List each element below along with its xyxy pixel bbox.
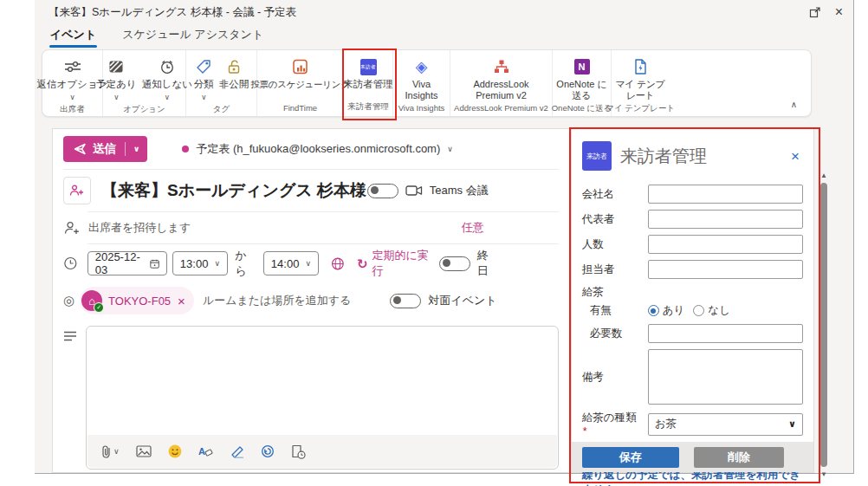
company-input[interactable] <box>648 185 803 204</box>
svg-text:A: A <box>198 446 205 457</box>
ribbon-group-label: Viva Insights <box>398 100 445 113</box>
send-button-label: 送信 <box>93 141 116 157</box>
ribbon-group-label: マイ テンプレート <box>606 100 675 114</box>
send-to-onenote-button[interactable]: N OneNote に送る <box>553 55 611 100</box>
my-templates-button[interactable]: マイ テンプレート <box>612 55 669 100</box>
required-asterisk: * <box>583 425 587 437</box>
tea-count-label: 必要数 <box>582 327 639 341</box>
viva-insights-icon: ◈ <box>416 56 428 77</box>
loop-component-button[interactable] <box>261 444 275 458</box>
date-input[interactable]: 2025-12-03 <box>87 251 167 275</box>
ribbon-group-visitor-management: 来訪者 来訪者管理 来訪者管理 <box>344 50 393 116</box>
contact-person-label: 担当者 <box>582 262 639 277</box>
event-body-editor[interactable]: ∨ A <box>86 326 559 470</box>
notes-label: 備考 <box>582 370 639 385</box>
viva-insights-button[interactable]: ◈ Viva Insights <box>393 55 450 100</box>
people-count-input[interactable] <box>648 235 803 254</box>
insert-image-button[interactable] <box>136 445 152 457</box>
clock-icon <box>63 256 78 271</box>
time-range-label: から <box>233 248 258 279</box>
in-person-toggle[interactable] <box>390 294 421 308</box>
chevron-down-icon: ∨ <box>788 418 796 430</box>
ribbon-group-label: タグ <box>213 101 230 115</box>
attendees-input[interactable]: 出席者を招待します <box>88 220 191 236</box>
scrollbar-thumb[interactable] <box>820 183 827 467</box>
recurrence-link[interactable]: ↻ 定期的に実行 <box>357 248 434 279</box>
recurrence-label: 定期的に実行 <box>372 248 434 279</box>
contact-person-input[interactable] <box>648 260 803 279</box>
end-time-select[interactable]: 14:00 ∨ <box>263 251 319 275</box>
tea-type-label: 給茶の種類* <box>582 411 639 437</box>
attach-file-button[interactable]: ∨ <box>101 444 120 459</box>
close-pane-icon[interactable]: × <box>787 147 803 165</box>
optional-attendees-link[interactable]: 任意 <box>462 220 484 236</box>
ribbon-group-label: AddressLook Premium v2 <box>454 100 548 113</box>
timezone-globe-icon[interactable] <box>331 256 345 271</box>
close-window-icon[interactable]: × <box>835 5 843 19</box>
chevron-down-icon: ∨ <box>306 259 312 268</box>
pane-title: 来訪者管理 <box>620 145 779 168</box>
calendar-selector[interactable]: 予定表 (h_fukuoka@lookseries.onmicrosoft.co… <box>182 141 453 157</box>
teams-meeting-label: Teams 会議 <box>430 183 489 198</box>
event-title[interactable]: 【来客】Sホールディングス 杉本様 <box>101 179 366 202</box>
remove-room-icon[interactable]: × <box>178 294 185 308</box>
emoji-button[interactable] <box>168 444 182 458</box>
event-window: 【来客】Sホールディングス 杉本様 - 会議 - 予定表 × イベント スケジュ… <box>35 0 854 474</box>
calendar-icon <box>150 258 159 269</box>
clear-formatting-button[interactable]: A <box>198 445 213 458</box>
scroll-down-icon[interactable]: ▼ <box>819 470 829 478</box>
categorize-button[interactable]: 分類 ∨ <box>191 55 217 101</box>
poll-chart-icon <box>291 56 310 77</box>
save-button[interactable]: 保存 <box>582 447 679 468</box>
location-input[interactable]: ルームまたは場所を追加する <box>203 293 351 308</box>
ribbon-group-viva-insights: ◈ Viva Insights Viva Insights <box>393 50 450 116</box>
room-chip[interactable]: ⌂✓ TOKYO-F05 × <box>80 287 194 314</box>
visitor-management-button[interactable]: 来訪者 来訪者管理 <box>340 55 396 99</box>
notes-textarea[interactable] <box>648 349 803 405</box>
ribbon-group-label: 来訪者管理 <box>347 99 389 113</box>
room-avatar: ⌂✓ <box>81 290 102 311</box>
popout-window-icon[interactable] <box>809 6 821 18</box>
ribbon-tabs: イベント スケジュール アシスタント <box>35 24 853 45</box>
ribbon-group-label: 出席者 <box>60 101 85 115</box>
collapse-ribbon-icon[interactable]: ∧ <box>777 100 811 116</box>
tea-no-radio[interactable]: なし <box>693 303 730 318</box>
representative-input[interactable] <box>648 210 803 229</box>
tea-count-input[interactable] <box>648 324 803 343</box>
send-button[interactable]: 送信 ∨ <box>63 136 147 162</box>
org-chart-icon <box>493 56 510 77</box>
radio-selected-icon <box>648 305 659 316</box>
vertical-scrollbar[interactable]: ▲ ▼ <box>819 172 829 478</box>
add-attendee-icon <box>63 220 81 236</box>
send-dropdown-icon[interactable]: ∨ <box>126 145 147 153</box>
tea-type-value: お茶 <box>655 417 677 431</box>
private-button[interactable]: 非公開 <box>217 55 252 101</box>
ribbon: 返信オプション ∨ 出席者 予定あり ∨ 通知 <box>42 49 812 117</box>
ribbon-button-label: 分類 <box>194 79 214 90</box>
teams-meeting-toggle[interactable] <box>367 184 398 198</box>
send-later-button[interactable] <box>291 444 306 459</box>
all-day-toggle[interactable] <box>439 256 470 271</box>
scheduling-poll-button[interactable]: 投票のスケジューリング <box>248 55 352 100</box>
chevron-down-icon: ∨ <box>69 93 74 101</box>
tab-scheduling-assistant[interactable]: スケジュール アシスタント <box>120 25 265 44</box>
tab-event[interactable]: イベント <box>49 25 98 44</box>
ribbon-button-label: 投票のスケジューリング <box>250 79 349 89</box>
tea-yes-radio[interactable]: あり <box>648 303 685 318</box>
image-icon <box>136 445 152 457</box>
start-time-select[interactable]: 13:00 ∨ <box>172 251 228 275</box>
scroll-up-icon[interactable]: ▲ <box>819 172 829 179</box>
addresslook-button[interactable]: AddressLook Premium v2 <box>450 55 552 100</box>
ribbon-button-label: 来訪者管理 <box>343 79 393 90</box>
delete-button[interactable]: 削除 <box>694 447 784 468</box>
draw-pen-button[interactable] <box>230 445 244 458</box>
all-day-label: 終日 <box>477 248 496 279</box>
ribbon-group-onenote: N OneNote に送る OneNote に送る <box>553 50 612 116</box>
location-pin-icon: ◎ <box>63 293 74 308</box>
room-chip-label: TOKYO-F05 <box>108 295 171 308</box>
ribbon-group-tags: 分類 ∨ 非公開 タグ <box>186 50 257 116</box>
tea-type-select[interactable]: お茶 ∨ <box>648 413 803 436</box>
window-title: 【来客】Sホールディングス 杉本様 - 会議 - 予定表 <box>49 5 296 20</box>
tag-icon <box>195 56 212 77</box>
show-as-busy-button[interactable]: 予定あり ∨ <box>94 55 139 101</box>
